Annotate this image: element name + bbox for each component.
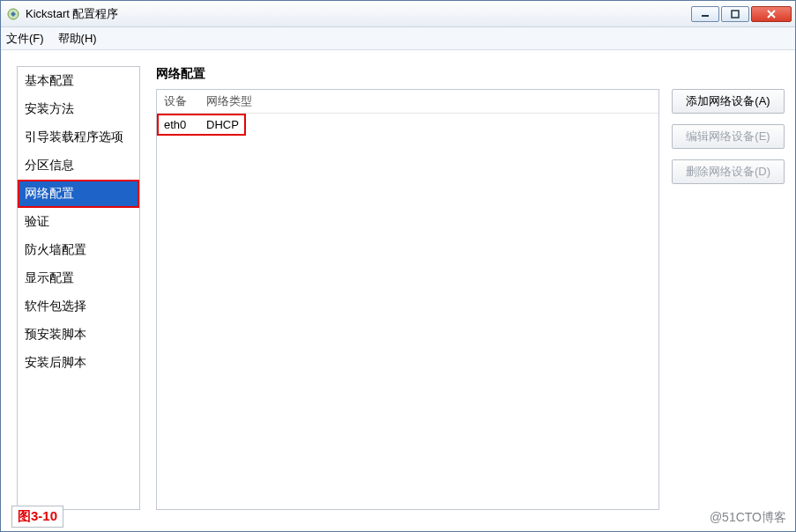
menubar: 文件(F) 帮助(H) <box>1 27 795 50</box>
window-title: Kickstart 配置程序 <box>26 6 118 22</box>
delete-device-button: 删除网络设备(D) <box>672 159 785 184</box>
sidebar-item-postscript[interactable]: 安装后脚本 <box>18 349 139 377</box>
sidebar-item-install[interactable]: 安装方法 <box>18 95 139 123</box>
device-table[interactable]: 设备 网络类型 eth0 DHCP <box>156 89 659 510</box>
minimize-button[interactable] <box>691 6 719 22</box>
sidebar-item-bootloader[interactable]: 引导装载程序选项 <box>18 123 139 151</box>
menu-help[interactable]: 帮助(H) <box>58 31 97 47</box>
add-device-button[interactable]: 添加网络设备(A) <box>672 89 785 114</box>
sidebar-item-packages[interactable]: 软件包选择 <box>18 292 139 321</box>
menu-file[interactable]: 文件(F) <box>6 31 44 47</box>
sidebar-item-display[interactable]: 显示配置 <box>18 264 139 292</box>
watermark: @51CTO博客 <box>710 510 786 526</box>
sidebar-item-prescript[interactable]: 预安装脚本 <box>18 321 139 349</box>
sidebar-item-network[interactable]: 网络配置 <box>18 180 139 208</box>
sidebar-item-firewall[interactable]: 防火墙配置 <box>18 236 139 264</box>
figure-label: 图3-10 <box>11 506 63 528</box>
main-title: 网络配置 <box>156 66 785 82</box>
cell-type: DHCP <box>206 118 239 131</box>
col-device[interactable]: 设备 <box>164 93 206 109</box>
col-type[interactable]: 网络类型 <box>206 93 252 109</box>
cell-device: eth0 <box>164 118 206 131</box>
svg-rect-2 <box>732 11 739 18</box>
titlebar: Kickstart 配置程序 <box>1 1 795 27</box>
sidebar: 基本配置 安装方法 引导装载程序选项 分区信息 网络配置 验证 防火墙配置 显示… <box>17 66 140 510</box>
main-row: 设备 网络类型 eth0 DHCP 添加网络设备(A) 编辑网络设备(E) 删除… <box>156 89 785 510</box>
button-column: 添加网络设备(A) 编辑网络设备(E) 删除网络设备(D) <box>672 89 785 510</box>
window-buttons <box>691 6 792 22</box>
table-header: 设备 网络类型 <box>157 90 658 114</box>
maximize-button[interactable] <box>721 6 749 22</box>
app-icon <box>6 7 20 21</box>
sidebar-item-partition[interactable]: 分区信息 <box>18 151 139 180</box>
body: 基本配置 安装方法 引导装载程序选项 分区信息 网络配置 验证 防火墙配置 显示… <box>1 50 795 531</box>
main-panel: 网络配置 设备 网络类型 eth0 DHCP 添加网络设备(A) <box>156 66 785 510</box>
edit-device-button: 编辑网络设备(E) <box>672 124 785 149</box>
sidebar-item-basic[interactable]: 基本配置 <box>18 67 139 95</box>
app-window: Kickstart 配置程序 文件(F) 帮助(H) 基本配置 安装方法 引导装… <box>0 0 796 532</box>
close-button[interactable] <box>751 6 792 22</box>
sidebar-item-auth[interactable]: 验证 <box>18 208 139 236</box>
table-body: eth0 DHCP <box>157 114 658 509</box>
table-row[interactable]: eth0 DHCP <box>157 114 246 136</box>
